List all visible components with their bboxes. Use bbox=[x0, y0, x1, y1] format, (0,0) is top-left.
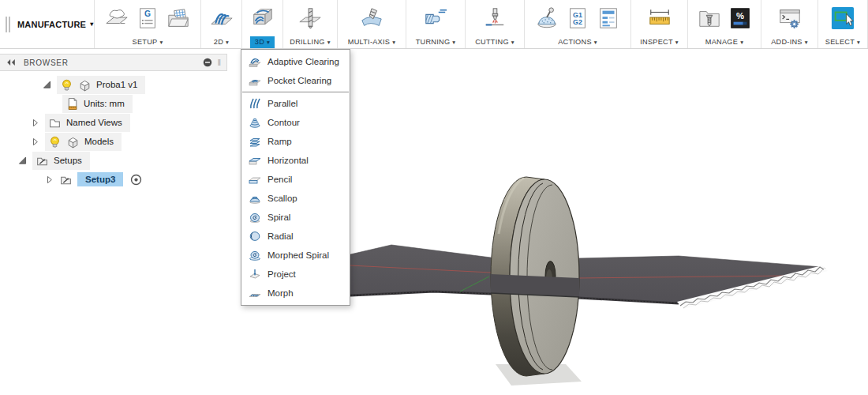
simulate-icon[interactable] bbox=[535, 6, 559, 30]
contour-icon bbox=[249, 116, 261, 129]
group-label-multi-axis[interactable]: MULTI-AXIS▾ bbox=[343, 36, 400, 48]
turning-icon[interactable] bbox=[424, 6, 447, 30]
browser-row-units-mm[interactable]: Units: mm bbox=[0, 94, 227, 113]
menu-item-label: Pocket Clearing bbox=[268, 76, 331, 85]
menu-item-label: Ramp bbox=[268, 137, 292, 146]
browser-panel: BROWSER ‖ Proba1 v1Units: mmNamed ViewsM… bbox=[0, 54, 227, 189]
collapsed-arrow-icon[interactable] bbox=[30, 137, 40, 147]
group-label-setup[interactable]: SETUP▾ bbox=[128, 36, 168, 48]
chevron-down-icon: ▾ bbox=[327, 39, 331, 46]
scripts-addins-icon[interactable] bbox=[778, 6, 802, 30]
toolpath-3d-menu: Adaptive ClearingPocket ClearingParallel… bbox=[241, 49, 350, 306]
setup-sheet-icon[interactable] bbox=[597, 6, 620, 30]
chevron-down-icon: ▾ bbox=[511, 39, 514, 46]
group-label-3d[interactable]: 3D▾ bbox=[250, 36, 275, 48]
group-icons bbox=[406, 0, 465, 36]
chevron-down-icon: ▾ bbox=[857, 39, 860, 46]
panel-collapse-icon[interactable] bbox=[6, 57, 17, 68]
folder-chart-icon[interactable] bbox=[166, 6, 190, 30]
setup-folder-icon bbox=[59, 173, 73, 186]
group-label-inspect[interactable]: INSPECT▾ bbox=[635, 36, 683, 48]
menu-item-label: Scallop bbox=[268, 194, 297, 203]
menu-item-adaptive-clearing[interactable]: Adaptive Clearing bbox=[241, 52, 350, 71]
group-label-add-ins[interactable]: ADD-INS▾ bbox=[766, 36, 813, 48]
row-label: Named Views bbox=[66, 118, 122, 127]
menu-item-horizontal[interactable]: Horizontal bbox=[241, 151, 350, 170]
select-icon[interactable] bbox=[831, 6, 855, 30]
menu-item-spiral[interactable]: Spiral bbox=[241, 208, 350, 227]
group-icons bbox=[688, 0, 761, 36]
chevron-down-icon: ▾ bbox=[675, 39, 679, 46]
menu-item-contour[interactable]: Contour bbox=[241, 113, 350, 132]
toolpath-2d-icon[interactable] bbox=[210, 6, 234, 30]
morph-icon bbox=[249, 287, 261, 299]
group-icons bbox=[525, 0, 630, 36]
cutting-icon[interactable] bbox=[483, 6, 507, 30]
row-chip[interactable]: Units: mm bbox=[62, 95, 133, 113]
new-setup-icon[interactable] bbox=[105, 6, 129, 30]
multi-axis-icon[interactable] bbox=[360, 6, 383, 30]
browser-row-proba1-v1[interactable]: Proba1 v1 bbox=[0, 75, 227, 94]
toolpath-3d-icon[interactable] bbox=[251, 6, 275, 30]
active-setup-indicator-icon[interactable] bbox=[129, 173, 143, 186]
group-icons bbox=[201, 0, 241, 36]
group-icons bbox=[761, 0, 817, 36]
measure-icon[interactable] bbox=[648, 6, 672, 30]
group-label-2d[interactable]: 2D▾ bbox=[209, 36, 234, 48]
menu-item-project[interactable]: Project bbox=[241, 265, 350, 284]
menu-item-ramp[interactable]: Ramp bbox=[241, 132, 350, 151]
row-chip[interactable]: Models bbox=[45, 133, 122, 151]
group-label-cutting[interactable]: CUTTING▾ bbox=[470, 36, 519, 48]
row-chip[interactable]: Proba1 v1 bbox=[57, 76, 145, 94]
group-label-turning[interactable]: TURNING▾ bbox=[411, 36, 461, 48]
tool-library-icon[interactable] bbox=[698, 6, 721, 30]
collapsed-arrow-icon[interactable] bbox=[44, 175, 54, 185]
group-label-actions[interactable]: ACTIONS▾ bbox=[553, 36, 602, 48]
panel-resize-grip[interactable]: ‖ bbox=[217, 58, 221, 67]
gcode-doc-icon[interactable] bbox=[136, 6, 159, 30]
post-process-icon[interactable] bbox=[566, 6, 589, 30]
row-icons bbox=[59, 173, 73, 186]
workspace-switcher[interactable]: MANUFACTURE ▾ bbox=[0, 0, 95, 48]
row-label-selected[interactable]: Setup3 bbox=[77, 172, 123, 186]
toolbar-group-setup: SETUP▾ bbox=[95, 0, 201, 48]
toolbar-group-cutting: CUTTING▾ bbox=[466, 0, 525, 48]
group-label-drilling[interactable]: DRILLING▾ bbox=[285, 36, 335, 48]
browser-row-setups[interactable]: Setups bbox=[0, 151, 227, 170]
group-icons bbox=[338, 0, 406, 36]
row-chip[interactable]: Setups bbox=[32, 152, 90, 170]
toolbar-group-drilling: DRILLING▾ bbox=[283, 0, 338, 48]
menu-item-pocket-clearing[interactable]: Pocket Clearing bbox=[241, 71, 350, 90]
menu-item-morphed-spiral[interactable]: Morphed Spiral bbox=[241, 246, 350, 265]
menu-item-scallop[interactable]: Scallop bbox=[241, 189, 350, 208]
menu-item-radial[interactable]: Radial bbox=[241, 227, 350, 246]
folder-icon bbox=[48, 116, 62, 130]
component-icon bbox=[66, 135, 80, 149]
parallel-icon bbox=[249, 97, 261, 110]
browser-row-named-views[interactable]: Named Views bbox=[0, 113, 227, 132]
machining-time-icon[interactable] bbox=[728, 6, 752, 30]
row-chip[interactable]: Named Views bbox=[45, 114, 130, 132]
menu-item-label: Morph bbox=[268, 288, 294, 298]
group-label-select[interactable]: SELECT▾ bbox=[821, 36, 865, 48]
menu-item-pencil[interactable]: Pencil bbox=[241, 170, 350, 189]
menu-item-morph[interactable]: Morph bbox=[241, 284, 350, 303]
chevron-down-icon: ▾ bbox=[90, 21, 93, 28]
menu-item-label: Horizontal bbox=[268, 156, 309, 165]
toolbar-grip[interactable] bbox=[6, 17, 7, 32]
drilling-icon[interactable] bbox=[298, 6, 322, 30]
row-label: Units: mm bbox=[84, 99, 125, 108]
display-settings-icon[interactable] bbox=[202, 57, 213, 68]
expanded-arrow-icon[interactable] bbox=[17, 156, 28, 166]
expanded-arrow-icon[interactable] bbox=[42, 80, 52, 90]
browser-row-setup3[interactable]: Setup3 bbox=[0, 170, 227, 189]
group-label-manage[interactable]: MANAGE▾ bbox=[701, 36, 748, 48]
menu-item-parallel[interactable]: Parallel bbox=[241, 94, 350, 113]
workspace-dropdown[interactable]: MANUFACTURE ▾ bbox=[17, 20, 93, 29]
browser-title: BROWSER bbox=[24, 58, 202, 67]
browser-row-models[interactable]: Models bbox=[0, 132, 227, 151]
collapsed-arrow-icon[interactable] bbox=[30, 118, 40, 128]
menu-item-label: Morphed Spiral bbox=[268, 250, 329, 260]
chevron-down-icon: ▾ bbox=[226, 39, 229, 46]
chevron-down-icon: ▾ bbox=[740, 39, 743, 46]
